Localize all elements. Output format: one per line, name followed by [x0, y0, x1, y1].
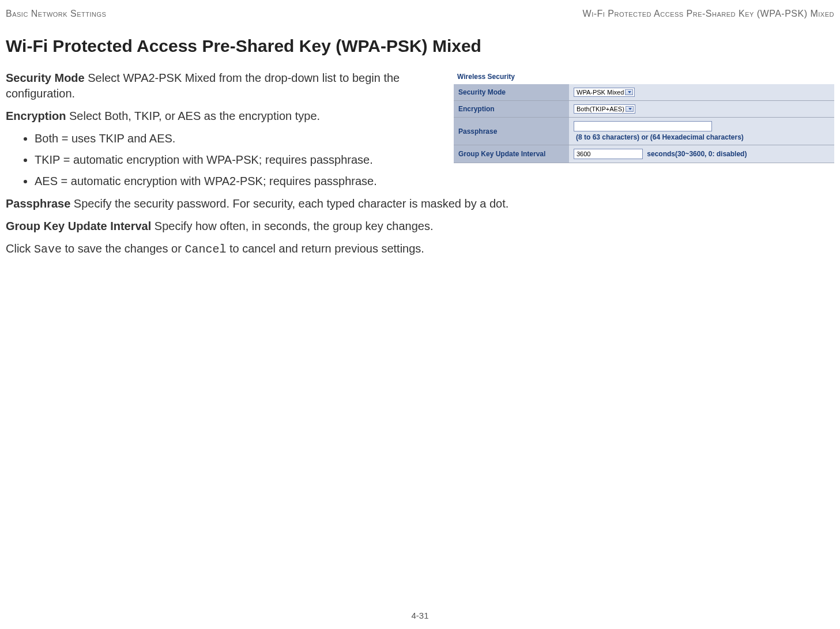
page-number: 4-31 — [411, 611, 428, 620]
encryption-desc: Select Both, TKIP, or AES as the encrypt… — [66, 110, 320, 122]
value-encryption: Both(TKIP+AES) — [569, 101, 834, 118]
passphrase-input[interactable] — [574, 121, 712, 131]
page-header: Basic Network Settings Wi-Fi Protected A… — [6, 9, 834, 19]
row-group-key: Group Key Update Interval 3600 seconds(3… — [454, 145, 834, 163]
chevron-down-icon — [628, 108, 632, 110]
security-mode-dropdown[interactable]: WPA-PSK Mixed — [574, 88, 635, 97]
value-security-mode: WPA-PSK Mixed — [569, 84, 834, 101]
value-passphrase: (8 to 63 characters) or (64 Hexadecimal … — [569, 118, 834, 145]
passphrase-hint: (8 to 63 characters) or (64 Hexadecimal … — [576, 133, 830, 141]
encryption-term: Encryption — [6, 110, 66, 122]
footer-cancel: Cancel — [184, 243, 226, 256]
footer-mid: to save the changes or — [62, 242, 184, 255]
para-footer: Click Save to save the changes or Cancel… — [6, 241, 834, 257]
row-security-mode: Security Mode WPA-PSK Mixed — [454, 84, 834, 101]
label-group-key: Group Key Update Interval — [454, 145, 569, 163]
panel-heading: Wireless Security — [454, 70, 834, 84]
security-mode-term: Security Mode — [6, 71, 85, 84]
config-table: Security Mode WPA-PSK Mixed Encryption B… — [454, 84, 834, 163]
label-encryption: Encryption — [454, 101, 569, 118]
row-encryption: Encryption Both(TKIP+AES) — [454, 101, 834, 118]
chevron-down-icon — [628, 91, 631, 93]
header-right: Wi-Fi Protected Access Pre-Shared Key (W… — [583, 9, 834, 19]
bullet-aes: AES = automatic encryption with WPA2-PSK… — [35, 174, 834, 189]
group-key-term: Group Key Update Interval — [6, 220, 151, 232]
footer-save: Save — [34, 243, 62, 256]
para-passphrase: Passphrase Specify the security password… — [6, 196, 834, 212]
page-title: Wi-Fi Protected Access Pre-Shared Key (W… — [6, 36, 834, 56]
group-key-hint: seconds(30~3600, 0: disabled) — [647, 150, 747, 158]
value-group-key: 3600 seconds(30~3600, 0: disabled) — [569, 145, 834, 163]
footer-suffix: to cancel and return previous settings. — [226, 242, 424, 255]
row-passphrase: Passphrase (8 to 63 characters) or (64 H… — [454, 118, 834, 145]
label-security-mode: Security Mode — [454, 84, 569, 101]
passphrase-desc: Specify the security password. For secur… — [70, 197, 508, 210]
passphrase-term: Passphrase — [6, 197, 70, 210]
encryption-value: Both(TKIP+AES) — [577, 106, 624, 112]
encryption-dropdown[interactable]: Both(TKIP+AES) — [574, 104, 635, 114]
group-key-input[interactable]: 3600 — [574, 149, 643, 159]
security-mode-value: WPA-PSK Mixed — [577, 89, 624, 96]
footer-prefix: Click — [6, 242, 34, 255]
content-area: Wireless Security Security Mode WPA-PSK … — [6, 70, 834, 264]
group-key-desc: Specify how often, in seconds, the group… — [151, 220, 433, 232]
header-left: Basic Network Settings — [6, 9, 106, 19]
para-group-key: Group Key Update Interval Specify how of… — [6, 219, 834, 234]
label-passphrase: Passphrase — [454, 118, 569, 145]
wireless-security-panel: Wireless Security Security Mode WPA-PSK … — [454, 70, 834, 163]
